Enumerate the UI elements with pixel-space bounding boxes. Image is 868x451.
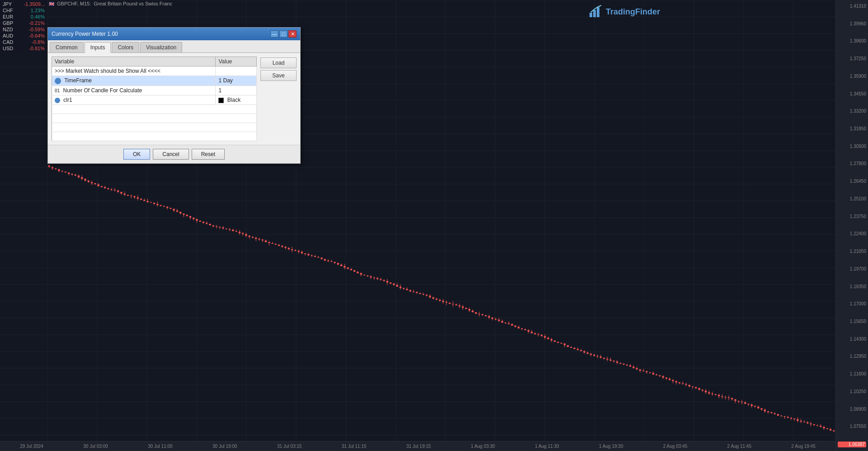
price-1.3320: 1.33200 xyxy=(838,109,866,114)
price-1.1430: 1.14300 xyxy=(838,337,866,342)
table-empty-row xyxy=(52,132,257,141)
dialog-controls: — □ ✕ xyxy=(270,30,297,38)
price-1.2105: 1.21050 xyxy=(838,249,866,254)
time-30jul-03: 30 Jul 03:00 xyxy=(83,444,108,449)
price-1.1295: 1.12950 xyxy=(838,354,866,359)
price-1.2780: 1.27800 xyxy=(838,161,866,166)
load-button[interactable]: Load xyxy=(260,57,297,68)
clr1-swatch xyxy=(218,98,224,103)
table-row[interactable]: clr1 Black xyxy=(52,95,257,104)
candle-icon: 01 xyxy=(55,88,60,93)
row-candle-value: 1 xyxy=(216,85,257,95)
price-1.2645: 1.26450 xyxy=(838,179,866,184)
time-1aug-19: 1 Aug 19:30 xyxy=(599,444,623,449)
trading-finder-logo: TradingFinder xyxy=(589,5,660,19)
dialog-footer: OK Cancel Reset xyxy=(48,145,300,163)
dialog-minimize-button[interactable]: — xyxy=(270,30,278,38)
cancel-button[interactable]: Cancel xyxy=(153,149,189,160)
price-1.2510: 1.25100 xyxy=(838,196,866,201)
currency-nzd: NZD -0.59% xyxy=(0,26,47,33)
col-value-header: Value xyxy=(216,57,257,66)
price-1.4131: 1.41310 xyxy=(838,4,866,9)
trading-finder-text: TradingFinder xyxy=(606,7,660,17)
save-button[interactable]: Save xyxy=(260,70,297,81)
svg-rect-1 xyxy=(593,10,596,17)
ok-button[interactable]: OK xyxy=(123,149,150,160)
table-row[interactable]: TimeFrame 1 Day xyxy=(52,76,257,86)
currency-list: JPY -1.3509... CHF 1.23% EUR 0.46% GBP -… xyxy=(0,0,47,52)
dialog-body: Variable Value >>> Market Watch should b… xyxy=(48,53,300,145)
time-31jul-03: 31 Jul 03:15 xyxy=(277,444,302,449)
reset-button[interactable]: Reset xyxy=(192,149,225,160)
dialog-overlay: Currency Power Meter 1.00 — □ ✕ Common I… xyxy=(47,27,301,164)
table-empty-row xyxy=(52,104,257,114)
currency-jpy: JPY -1.3509... xyxy=(0,1,47,7)
currency-cad: CAD -0.8% xyxy=(0,39,47,45)
dialog-close-button[interactable]: ✕ xyxy=(288,30,297,38)
inputs-table: Variable Value >>> Market Watch should b… xyxy=(52,57,257,141)
currency-aud: AUD -0.64% xyxy=(0,33,47,39)
col-variable-header: Variable xyxy=(52,57,216,66)
chart-title-text: GBPCHF, M15: Great Britain Pound vs Swis… xyxy=(57,1,172,6)
dialog-maximize-button[interactable]: □ xyxy=(279,30,288,38)
time-axis: 29 Jul 2024 30 Jul 03:00 30 Jul 11:00 30… xyxy=(0,441,835,451)
currency-usd: USD -0.81% xyxy=(0,45,47,52)
inputs-table-area: Variable Value >>> Market Watch should b… xyxy=(52,57,257,141)
price-1.2240: 1.22400 xyxy=(838,231,866,236)
time-31jul-19: 31 Jul 19:15 xyxy=(406,444,431,449)
price-1.2375: 1.23750 xyxy=(838,214,866,219)
chart-flag-icon: 🇬🇧 xyxy=(49,1,54,6)
time-31jul-11: 31 Jul 11:15 xyxy=(342,444,367,449)
time-30jul-11: 30 Jul 11:00 xyxy=(148,444,173,449)
time-2aug-19: 2 Aug 19:45 xyxy=(791,444,815,449)
row-candle-variable: 01 Number Of Candle For Calculate xyxy=(52,85,216,95)
price-1.1970: 1.19700 xyxy=(838,266,866,271)
dialog-buttons-right: Load Save xyxy=(260,57,297,141)
tab-inputs[interactable]: Inputs xyxy=(85,42,111,53)
price-1.1160: 1.11600 xyxy=(838,371,866,376)
table-empty-row xyxy=(52,123,257,132)
svg-rect-0 xyxy=(590,13,592,17)
row-market-watch-variable: >>> Market Watch should be Show All <<<< xyxy=(52,66,216,76)
price-1.3860: 1.38600 xyxy=(838,38,866,43)
tab-common[interactable]: Common xyxy=(50,42,84,52)
price-1.3725: 1.37250 xyxy=(838,56,866,61)
currency-gbp: GBP -0.21% xyxy=(0,20,47,26)
table-row[interactable]: >>> Market Watch should be Show All <<<< xyxy=(52,66,257,76)
row-timeframe-variable: TimeFrame xyxy=(52,76,216,86)
price-1.3990: 1.39960 xyxy=(838,21,866,26)
price-1.0755: 1.07550 xyxy=(838,424,866,429)
price-1.1700: 1.17000 xyxy=(838,301,866,306)
table-row[interactable]: 01 Number Of Candle For Calculate 1 xyxy=(52,85,257,95)
row-market-watch-value xyxy=(216,66,257,76)
chart-title: 🇬🇧 GBPCHF, M15: Great Britain Pound vs S… xyxy=(49,1,172,6)
price-1.3455: 1.34550 xyxy=(838,91,866,96)
time-2aug-03: 2 Aug 03:45 xyxy=(663,444,687,449)
time-2aug-11: 2 Aug 11:45 xyxy=(727,444,751,449)
dialog-title: Currency Power Meter 1.00 xyxy=(52,31,118,37)
time-1aug-11: 1 Aug 11:30 xyxy=(535,444,559,449)
currency-chf: CHF 1.23% xyxy=(0,7,47,14)
price-1.1835: 1.18350 xyxy=(838,284,866,289)
price-1.1565: 1.15650 xyxy=(838,319,866,324)
indicator-settings-dialog: Currency Power Meter 1.00 — □ ✕ Common I… xyxy=(47,27,301,164)
tab-visualization[interactable]: Visualization xyxy=(140,42,182,52)
price-1.3590: 1.35900 xyxy=(838,74,866,79)
table-header-row: Variable Value xyxy=(52,57,257,66)
currency-eur: EUR 0.46% xyxy=(0,14,47,20)
tab-colors[interactable]: Colors xyxy=(112,42,139,52)
price-axis: 1.41310 1.39960 1.38600 1.37250 1.35900 … xyxy=(835,0,868,451)
current-price: 1.06387 xyxy=(838,442,866,447)
timeframe-icon xyxy=(55,78,61,84)
row-clr1-variable: clr1 xyxy=(52,95,216,104)
price-1.0890: 1.08900 xyxy=(838,407,866,412)
time-29jul: 29 Jul 2024 xyxy=(20,444,43,449)
trading-finder-icon xyxy=(589,5,603,19)
dialog-titlebar[interactable]: Currency Power Meter 1.00 — □ ✕ xyxy=(48,28,300,40)
price-1.3050: 1.30500 xyxy=(838,144,866,149)
time-1aug-03: 1 Aug 03:30 xyxy=(471,444,495,449)
clr1-color-icon xyxy=(55,98,60,103)
row-timeframe-value: 1 Day xyxy=(216,76,257,86)
svg-rect-2 xyxy=(597,7,599,17)
price-1.3185: 1.31850 xyxy=(838,126,866,131)
